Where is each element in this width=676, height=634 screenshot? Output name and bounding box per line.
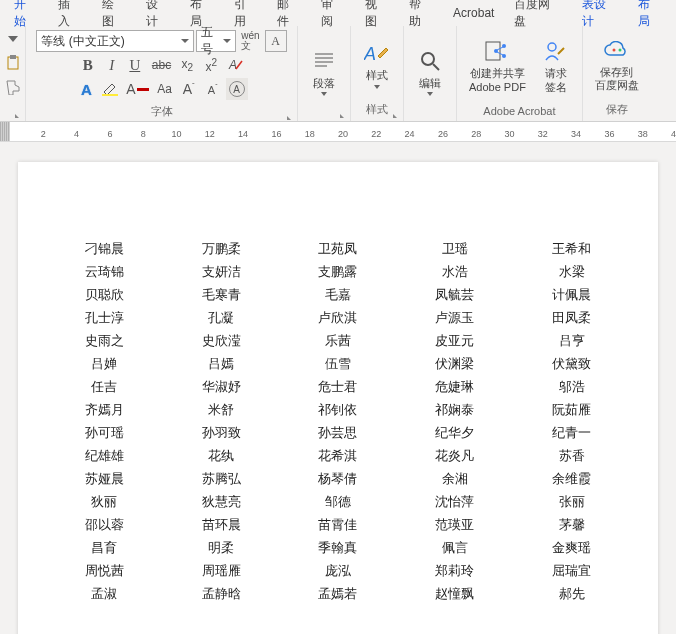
name-cell: 金爽瑶 (515, 539, 628, 557)
ruler-mark: 38 (638, 129, 648, 139)
ribbon: 等线 (中文正文) 五号 wén文 A B I U abc x2 x2 A A … (0, 26, 676, 122)
acrobat-group-label: Adobe Acrobat (461, 103, 578, 121)
name-cell: 苗环晨 (165, 516, 278, 534)
name-cell: 余湘 (398, 470, 511, 488)
font-name-select[interactable]: 等线 (中文正文) (36, 30, 194, 52)
name-cell: 孔士淳 (48, 309, 161, 327)
find-button[interactable]: 编辑 (408, 36, 452, 108)
name-cell: 吕婵 (48, 355, 161, 373)
svg-point-10 (422, 53, 434, 65)
svg-point-20 (618, 48, 621, 51)
phonetic-guide-icon[interactable]: wén文 (238, 30, 262, 52)
name-cell: 庞泓 (282, 562, 395, 580)
ruler-mark: 30 (504, 129, 514, 139)
name-cell: 苏腾弘 (165, 470, 278, 488)
acrobat-group: 创建并共享Adobe PDF 请求签名 Adobe Acrobat (457, 26, 583, 121)
request-sign-button[interactable]: 请求签名 (534, 30, 578, 102)
name-table: 刁锦晨万鹏柔卫苑凤卫瑶王希和云琦锦支妍洁支鹏露水浩水梁贝聪欣毛寒青毛嘉凤毓芸计佩… (48, 240, 628, 603)
change-case-button[interactable]: Aa (154, 78, 176, 100)
name-cell: 万鹏柔 (165, 240, 278, 258)
clipboard-label (4, 115, 21, 121)
ruler-mark: 36 (604, 129, 614, 139)
name-cell: 水浩 (398, 263, 511, 281)
name-cell: 杨琴倩 (282, 470, 395, 488)
name-cell: 祁娴泰 (398, 401, 511, 419)
name-cell: 卫瑶 (398, 240, 511, 258)
character-border-icon[interactable]: A (265, 30, 287, 52)
format-painter-icon[interactable] (2, 76, 24, 98)
name-cell: 苏娅晨 (48, 470, 161, 488)
svg-rect-3 (102, 94, 118, 96)
underline-button[interactable]: U (125, 54, 147, 76)
name-cell: 张丽 (515, 493, 628, 511)
name-cell: 田凤柔 (515, 309, 628, 327)
bold-button[interactable]: B (77, 54, 99, 76)
name-cell: 周瑶雁 (165, 562, 278, 580)
text-effects-button[interactable]: A (75, 78, 97, 100)
name-cell: 云琦锦 (48, 263, 161, 281)
signature-icon (542, 37, 570, 65)
name-cell: 危士君 (282, 378, 395, 396)
name-cell: 沈怡萍 (398, 493, 511, 511)
ruler-mark: 10 (171, 129, 181, 139)
name-cell: 毛嘉 (282, 286, 395, 304)
name-cell: 屈瑞宜 (515, 562, 628, 580)
name-cell: 狄慧亮 (165, 493, 278, 511)
name-cell: 王希和 (515, 240, 628, 258)
name-cell: 孟淑 (48, 585, 161, 603)
horizontal-ruler[interactable]: 246810121416182022242628303234363840 (0, 122, 676, 142)
search-icon (416, 47, 444, 75)
ruler-mark: 26 (438, 129, 448, 139)
menubar: 开始插入绘图设计布局引用邮件审阅视图帮助Acrobat百度网盘表设计布局 (0, 0, 676, 26)
ruler-mark: 22 (371, 129, 381, 139)
name-cell: 毛寒青 (165, 286, 278, 304)
ruler-mark: 28 (471, 129, 481, 139)
ruler-mark: 14 (238, 129, 248, 139)
name-cell: 支鹏露 (282, 263, 395, 281)
name-cell: 吕嫣 (165, 355, 278, 373)
styles-button[interactable]: A 样式 (355, 28, 399, 100)
menu-Acrobat[interactable]: Acrobat (443, 2, 504, 24)
ruler-mark: 8 (141, 129, 146, 139)
svg-text:A: A (364, 44, 376, 64)
shrink-font-button[interactable]: Aˇ (202, 78, 224, 100)
paragraph-group: 段落 (298, 26, 351, 121)
name-cell: 余维霞 (515, 470, 628, 488)
name-cell: 花希淇 (282, 447, 395, 465)
svg-rect-4 (137, 88, 149, 91)
paste-dropdown[interactable] (2, 28, 24, 50)
name-cell: 任吉 (48, 378, 161, 396)
name-cell: 邹德 (282, 493, 395, 511)
name-cell: 孙可瑶 (48, 424, 161, 442)
baidu-save-button[interactable]: 保存到百度网盘 (587, 28, 647, 100)
document-area: 刁锦晨万鹏柔卫苑凤卫瑶王希和云琦锦支妍洁支鹏露水浩水梁贝聪欣毛寒青毛嘉凤毓芸计佩… (0, 142, 676, 634)
strikethrough-button[interactable]: abc (149, 54, 174, 76)
grow-font-button[interactable]: Aˆ (178, 78, 200, 100)
svg-point-18 (548, 43, 556, 51)
enclose-char-icon[interactable]: A (226, 78, 248, 100)
name-cell: 郑莉玲 (398, 562, 511, 580)
subscript-button[interactable]: x2 (176, 54, 198, 76)
superscript-button[interactable]: x2 (200, 54, 222, 76)
name-cell: 范瑛亚 (398, 516, 511, 534)
create-pdf-button[interactable]: 创建并共享Adobe PDF (461, 30, 534, 102)
name-cell: 祁钊依 (282, 401, 395, 419)
paragraph-icon (310, 47, 338, 75)
font-color-button[interactable]: A (123, 78, 151, 100)
name-cell: 皮亚元 (398, 332, 511, 350)
name-cell: 吕亨 (515, 332, 628, 350)
clipboard-icon[interactable] (2, 52, 24, 74)
paragraph-button[interactable]: 段落 (302, 36, 346, 108)
name-cell: 狄丽 (48, 493, 161, 511)
italic-button[interactable]: I (101, 54, 123, 76)
name-cell: 支妍洁 (165, 263, 278, 281)
name-cell: 齐嫣月 (48, 401, 161, 419)
name-cell: 史欣滢 (165, 332, 278, 350)
name-cell: 纪雄雄 (48, 447, 161, 465)
font-size-select[interactable]: 五号 (196, 30, 236, 52)
svg-text:A: A (228, 58, 237, 72)
highlight-button[interactable] (99, 78, 121, 100)
ruler-mark: 18 (305, 129, 315, 139)
clear-format-icon[interactable]: A (224, 54, 246, 76)
name-cell: 凤毓芸 (398, 286, 511, 304)
